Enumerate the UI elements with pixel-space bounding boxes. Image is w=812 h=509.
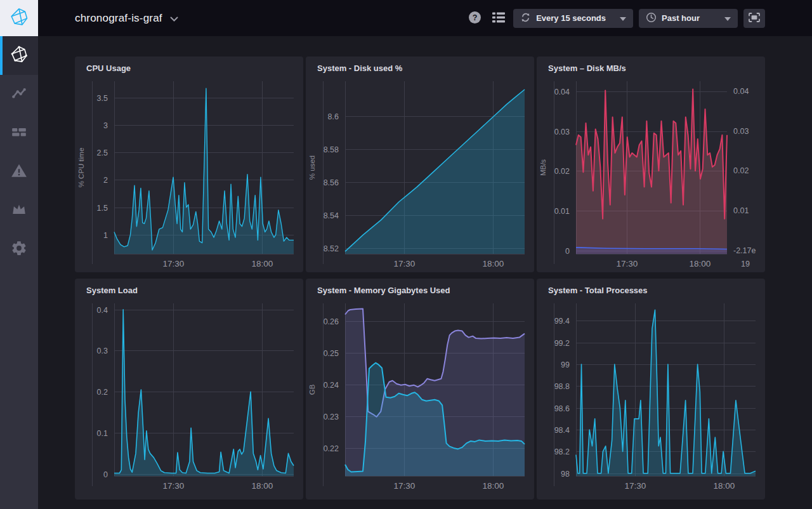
clock-icon xyxy=(646,12,657,25)
alert-triangle-icon xyxy=(11,162,27,182)
svg-text:% used: % used xyxy=(308,155,316,180)
svg-text:0.4: 0.4 xyxy=(97,306,108,315)
svg-text:1.5: 1.5 xyxy=(97,204,108,213)
svg-text:2: 2 xyxy=(103,176,108,185)
panel-title: CPU Usage xyxy=(86,63,131,73)
dashboard-title: chronograf-is-graf xyxy=(75,12,162,25)
svg-text:0.01: 0.01 xyxy=(733,206,749,215)
svg-text:0.02: 0.02 xyxy=(733,166,749,175)
caret-down-icon xyxy=(620,13,626,23)
svg-text:0.3: 0.3 xyxy=(97,347,108,355)
disk-used-pct-chart[interactable]: 8.68.588.568.548.5217:3018:00% used xyxy=(306,56,534,272)
svg-text:0.01: 0.01 xyxy=(554,207,570,216)
svg-text:0.25: 0.25 xyxy=(324,349,339,358)
sidebar-item-admin[interactable] xyxy=(0,191,38,230)
svg-text:98.8: 98.8 xyxy=(554,382,570,391)
svg-text:99.2: 99.2 xyxy=(554,339,570,348)
svg-text:3: 3 xyxy=(103,121,108,130)
svg-text:0.23: 0.23 xyxy=(324,413,339,421)
fullscreen-icon xyxy=(749,13,760,24)
svg-text:99: 99 xyxy=(561,360,570,369)
sidebar-item-status[interactable] xyxy=(0,36,38,75)
svg-text:0.2: 0.2 xyxy=(97,388,108,397)
presentation-mode-button[interactable] xyxy=(743,9,765,28)
svg-text:18:00: 18:00 xyxy=(483,259,504,268)
total-processes-chart[interactable]: 99.499.29998.898.698.498.29817:3018:00 xyxy=(537,279,765,499)
svg-text:17:30: 17:30 xyxy=(163,481,185,491)
sidebar-item-dashboards[interactable] xyxy=(0,114,38,152)
svg-text:?: ? xyxy=(473,13,478,22)
svg-text:8.56: 8.56 xyxy=(324,178,339,187)
svg-text:17:30: 17:30 xyxy=(625,481,646,491)
panel-title: System Load xyxy=(86,286,138,295)
svg-text:18:00: 18:00 xyxy=(690,259,711,268)
chronograf-logo-tile[interactable] xyxy=(0,0,38,36)
panel-title: System – Disk MB/s xyxy=(548,63,626,73)
panel-system-load: System Load 0.40.30.20.1017:3018:00 xyxy=(75,279,303,499)
chevron-down-icon xyxy=(170,13,178,24)
disk-mbs-chart[interactable]: 0.040.030.020.01017:3018:000.040.030.020… xyxy=(537,56,765,272)
svg-text:0.22: 0.22 xyxy=(324,444,339,453)
svg-text:8.52: 8.52 xyxy=(324,244,339,253)
svg-text:98.6: 98.6 xyxy=(554,404,570,413)
svg-text:17:30: 17:30 xyxy=(394,259,416,268)
system-load-chart[interactable]: 0.40.30.20.1017:3018:00 xyxy=(75,279,303,499)
panel-title: System - Total Processes xyxy=(548,286,648,295)
topbar-controls: ? Every 15 xyxy=(466,9,812,28)
svg-text:99.4: 99.4 xyxy=(554,317,570,326)
svg-text:MB/s: MB/s xyxy=(539,159,547,176)
svg-text:98: 98 xyxy=(561,470,570,479)
autorefresh-label: Every 15 seconds xyxy=(536,13,606,23)
svg-text:0.04: 0.04 xyxy=(733,87,749,96)
svg-text:% CPU time: % CPU time xyxy=(77,148,85,188)
svg-text:0.24: 0.24 xyxy=(324,381,339,390)
svg-text:GB: GB xyxy=(308,384,316,395)
svg-text:3.5: 3.5 xyxy=(97,94,108,103)
sidebar-item-data-explorer[interactable] xyxy=(0,75,38,114)
panel-title: System - Disk used % xyxy=(317,63,402,73)
chronograf-logo-icon xyxy=(10,46,28,66)
svg-text:0.03: 0.03 xyxy=(554,128,570,136)
panel-disk-mbs: System – Disk MB/s 0.040.030.020.01017:3… xyxy=(537,56,765,272)
caret-down-icon xyxy=(724,13,731,23)
panel-memory-gb: System - Memory Gigabytes Used 0.260.250… xyxy=(306,279,534,499)
svg-text:18:00: 18:00 xyxy=(252,481,273,491)
chronograf-logo-icon xyxy=(10,8,29,29)
sidebar-item-configuration[interactable] xyxy=(0,230,38,268)
memory-gb-chart[interactable]: 0.260.250.240.230.2217:3018:00GB xyxy=(306,279,534,499)
svg-text:8.54: 8.54 xyxy=(324,211,339,220)
panel-title: System - Memory Gigabytes Used xyxy=(317,286,450,295)
graph-pulse-icon xyxy=(11,85,27,104)
svg-text:1: 1 xyxy=(103,231,108,240)
timerange-dropdown[interactable]: Past hour xyxy=(639,9,738,28)
crown-icon xyxy=(11,201,27,220)
dashboard-grid: CPU Usage 3.532.521.5117:3018:00% CPU ti… xyxy=(75,56,812,499)
svg-text:18:00: 18:00 xyxy=(714,481,735,491)
autorefresh-dropdown[interactable]: Every 15 seconds xyxy=(513,9,633,28)
svg-text:0: 0 xyxy=(103,470,108,479)
svg-text:2.5: 2.5 xyxy=(97,149,108,157)
svg-text:19: 19 xyxy=(741,260,750,268)
sidebar-item-alerting[interactable] xyxy=(0,152,38,191)
panel-disk-used-pct: System - Disk used % 8.68.588.568.548.52… xyxy=(306,56,534,272)
svg-text:-2.17е: -2.17е xyxy=(733,246,756,255)
cpu-usage-chart[interactable]: 3.532.521.5117:3018:00% CPU time xyxy=(75,56,303,272)
svg-text:18:00: 18:00 xyxy=(252,259,273,268)
chronograf-app: chronograf-is-graf ? xyxy=(0,0,812,509)
list-icon xyxy=(492,12,505,25)
panel-total-processes: System - Total Processes 99.499.29998.89… xyxy=(537,279,765,499)
panel-cpu-usage: CPU Usage 3.532.521.5117:3018:00% CPU ti… xyxy=(75,56,303,272)
svg-text:0.04: 0.04 xyxy=(554,88,570,96)
annotations-button[interactable] xyxy=(490,12,508,25)
dashboard-title-dropdown[interactable]: chronograf-is-graf xyxy=(75,12,178,25)
svg-text:17:30: 17:30 xyxy=(163,259,185,268)
svg-text:8.6: 8.6 xyxy=(328,112,339,121)
top-bar: chronograf-is-graf ? xyxy=(0,0,812,36)
help-button[interactable]: ? xyxy=(466,11,484,26)
svg-text:17:30: 17:30 xyxy=(617,259,638,268)
sidebar-nav xyxy=(0,36,38,509)
timerange-label: Past hour xyxy=(662,13,700,23)
dashboard-grid-icon xyxy=(11,124,27,143)
svg-text:0.03: 0.03 xyxy=(733,127,749,136)
svg-text:17:30: 17:30 xyxy=(394,481,416,491)
